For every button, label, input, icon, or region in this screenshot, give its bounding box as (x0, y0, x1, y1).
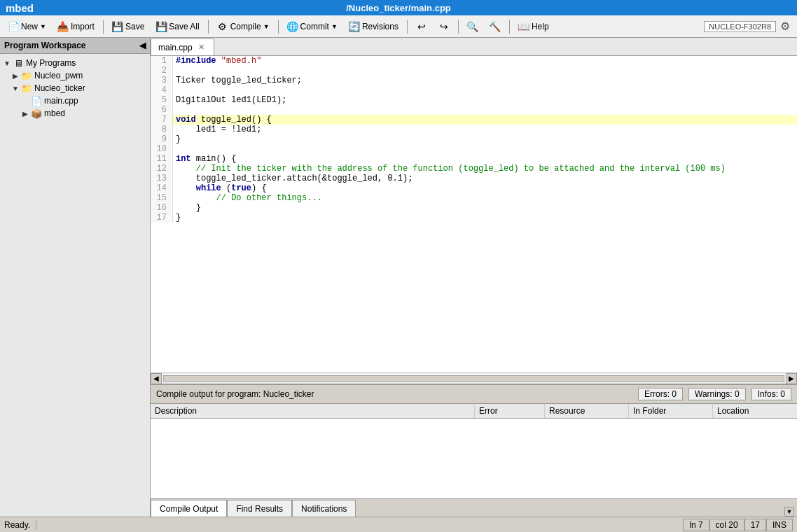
save-all-button[interactable]: 💾 Save All (151, 18, 204, 36)
status-mode: INS (766, 519, 793, 531)
tab-compile-label: Compile Output (160, 504, 218, 514)
main-area: Program Workspace ◀ ▼ 🖥 My Programs ▶ 📁 … (0, 38, 797, 517)
label-my-programs: My Programs (26, 58, 76, 68)
tab-main-cpp[interactable]: main.cpp ✕ (151, 38, 214, 55)
sidebar: Program Workspace ◀ ▼ 🖥 My Programs ▶ 📁 … (0, 38, 151, 517)
sidebar-item-main-cpp[interactable]: 📄 main.cpp (0, 94, 150, 107)
line-code: // Do other things... (172, 193, 797, 203)
status-lines: 17 (744, 519, 766, 531)
tab-notifications-label: Notifications (301, 504, 347, 514)
toggle-mbed[interactable]: ▶ (21, 109, 29, 118)
h-scrollbar[interactable]: ◀ ▶ (151, 372, 797, 384)
undo-button[interactable]: ↩ (411, 18, 432, 36)
toolbar: 📄 New ▼ 📥 Import 💾 Save 💾 Save All ⚙ Com… (0, 15, 797, 38)
line-number: 3 (151, 76, 172, 85)
help-button[interactable]: 📖 Help (513, 18, 554, 36)
settings-icon[interactable]: ⚙ (780, 20, 790, 33)
h-scroll-left[interactable]: ◀ (151, 373, 162, 384)
label-mbed: mbed (44, 108, 65, 118)
sidebar-item-mbed[interactable]: ▶ 📦 mbed (0, 107, 150, 120)
toggle-nucleo-pwm[interactable]: ▶ (11, 71, 20, 80)
h-scroll-track[interactable] (163, 375, 784, 382)
tab-label: main.cpp (158, 43, 193, 52)
new-button[interactable]: 📄 New ▼ (3, 18, 51, 36)
help-icon: 📖 (518, 21, 529, 32)
label-main-cpp: main.cpp (44, 96, 78, 106)
toggle-main-cpp (21, 97, 29, 105)
search-icon: 🔍 (467, 21, 478, 32)
line-number: 15 (151, 193, 172, 203)
save-icon: 💾 (112, 21, 123, 32)
sep6 (509, 20, 510, 34)
h-scroll-right[interactable]: ▶ (786, 373, 797, 384)
save-all-icon: 💾 (155, 21, 167, 32)
infos-stat: Infos: 0 (751, 388, 791, 400)
editor-area: main.cpp ✕ 1#include "mbed.h"2 3Ticker t… (151, 38, 797, 384)
toggle-my-programs[interactable]: ▼ (3, 59, 11, 67)
sidebar-title: Program Workspace (4, 41, 86, 50)
line-code: // Init the ticker with the address of t… (172, 164, 797, 174)
tab-scroll-down[interactable]: ▼ (784, 507, 794, 517)
tools-icon: 🔨 (490, 21, 501, 32)
line-code (172, 144, 797, 154)
errors-stat: Errors: 0 (638, 388, 683, 400)
icon-nucleo-ticker: 📁 (21, 83, 32, 94)
line-code: DigitalOut led1(LED1); (172, 95, 797, 105)
line-number: 9 (151, 134, 172, 144)
code-body: 1#include "mbed.h"2 3Ticker toggle_led_t… (151, 56, 797, 223)
compile-output-header: Compile output for program: Nucleo_ticke… (151, 385, 797, 404)
undo-icon: ↩ (416, 21, 427, 32)
sep3 (278, 20, 279, 34)
line-number: 14 (151, 183, 172, 193)
tab-close-icon[interactable]: ✕ (197, 43, 207, 52)
line-number: 6 (151, 105, 172, 115)
compile-button[interactable]: ⚙ Compile ▼ (212, 18, 275, 36)
commit-button[interactable]: 🌐 Commit ▼ (282, 18, 342, 36)
line-number: 13 (151, 174, 172, 183)
revisions-button[interactable]: 🔄 Revisions (344, 18, 403, 36)
sidebar-item-nucleo-pwm[interactable]: ▶ 📁 Nucleo_pwm (0, 69, 150, 82)
code-table: 1#include "mbed.h"2 3Ticker toggle_led_t… (151, 56, 797, 223)
line-number: 10 (151, 144, 172, 154)
compile-output-title: Compile output for program: Nucleo_ticke… (156, 389, 314, 399)
tools-button[interactable]: 🔨 (485, 18, 506, 36)
redo-button[interactable]: ↪ (434, 18, 455, 36)
bottom-tabs: Compile Output Find Results Notification… (151, 498, 797, 517)
warnings-stat: Warnings: 0 (688, 388, 746, 400)
code-editor[interactable]: 1#include "mbed.h"2 3Ticker toggle_led_t… (151, 56, 797, 372)
line-number: 17 (151, 213, 172, 223)
status-bar: Ready. ln 7 col 20 17 INS (0, 517, 797, 532)
line-number: 12 (151, 164, 172, 174)
sidebar-header: Program Workspace ◀ (0, 38, 150, 54)
toggle-nucleo-ticker[interactable]: ▼ (11, 84, 20, 92)
search-button[interactable]: 🔍 (462, 18, 483, 36)
line-number: 11 (151, 154, 172, 164)
status-ready: Ready. (4, 520, 36, 530)
sep1 (103, 20, 104, 34)
compile-table: Description Error Resource In Folder Loc… (151, 404, 797, 498)
sidebar-item-my-programs[interactable]: ▼ 🖥 My Programs (0, 57, 150, 69)
tab-compile-output[interactable]: Compile Output (151, 500, 227, 517)
board-label: NUCLEO-F302R8 (704, 21, 776, 32)
line-code (172, 105, 797, 115)
label-nucleo-ticker: Nucleo_ticker (34, 83, 85, 93)
line-number: 4 (151, 85, 172, 95)
tab-notifications[interactable]: Notifications (292, 500, 356, 517)
revisions-icon: 🔄 (349, 21, 360, 32)
line-code: int main() { (172, 154, 797, 164)
sidebar-collapse-icon[interactable]: ◀ (139, 41, 146, 50)
save-button[interactable]: 💾 Save (107, 18, 149, 36)
icon-mbed: 📦 (31, 108, 42, 119)
sidebar-tree: ▼ 🖥 My Programs ▶ 📁 Nucleo_pwm ▼ 📁 Nucle… (0, 54, 150, 517)
line-number: 8 (151, 125, 172, 134)
bottom-tab-scroll: ▼ (784, 507, 797, 517)
import-button[interactable]: 📥 Import (53, 18, 99, 36)
status-right: ln 7 col 20 17 INS (683, 519, 793, 531)
toolbar-right: NUCLEO-F302R8 ⚙ (704, 20, 794, 33)
title-text: /Nucleo_ticker/main.cpp (346, 3, 451, 13)
sep4 (407, 20, 408, 34)
line-code (172, 66, 797, 76)
sidebar-item-nucleo-ticker[interactable]: ▼ 📁 Nucleo_ticker (0, 82, 150, 94)
line-code: while (true) { (172, 183, 797, 193)
tab-find-results[interactable]: Find Results (227, 500, 292, 517)
